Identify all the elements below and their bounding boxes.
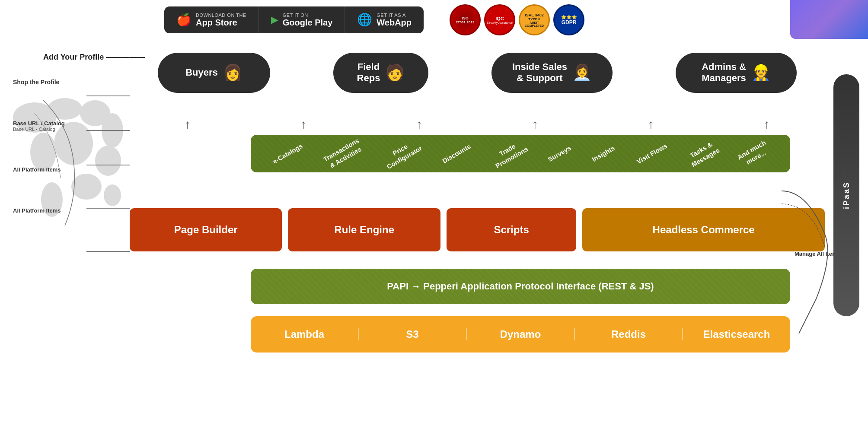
googleplay-small-text: GET IT ON (283, 13, 333, 18)
insidesales-pill[interactable]: Inside Sales & Support 👩‍💼 (491, 53, 613, 93)
svg-point-8 (71, 174, 102, 200)
certification-badges: ISO 27001:2013 IQC Security Assurance IS… (450, 4, 584, 35)
papi-label: PAPI → Pepperi Application Protocol Inte… (387, 281, 654, 292)
fieldreps-pill[interactable]: Field Reps 🧑 (333, 53, 428, 93)
apple-icon: 🍎 (176, 14, 191, 26)
feature-more: And much more... (736, 138, 772, 168)
infrastructure-row: Lambda S3 Dynamo Reddis Elasticsearch (251, 316, 790, 353)
arrow-4: ↑ (477, 118, 593, 131)
arrow-6: ↑ (709, 118, 825, 131)
admins-label: Admins & Managers (702, 61, 746, 84)
scripts-block: Scripts (447, 208, 576, 251)
left-label-2: Base URL / Catalog Base URL • Catalog (13, 120, 65, 132)
admins-pill[interactable]: Admins & Managers 👷 (676, 53, 797, 93)
globe-icon: 🌐 (357, 14, 372, 26)
features-block: e-Catalogs Transactions & Activities Pri… (251, 135, 790, 172)
svg-point-9 (104, 184, 121, 206)
isae-badge: ISAE 3402 TYPE II AUDIT COMPLETED (519, 4, 550, 35)
ipaas-label: iPaaS (842, 181, 851, 209)
feature-trade: Trade Promotions (490, 137, 530, 170)
arrows-row: ↑ ↑ ↑ ↑ ↑ ↑ (130, 118, 825, 131)
webapp-button[interactable]: 🌐 Get it as a WebApp (345, 6, 424, 33)
appstore-button[interactable]: 🍎 Download on the App Store (164, 6, 259, 33)
left-diagram-area: Add Your Profile ————— Shop the Profile … (9, 53, 130, 64)
googleplay-big-text: Google Play (283, 18, 333, 27)
buyers-label: Buyers (185, 67, 218, 78)
webapp-big-text: WebApp (377, 18, 412, 27)
googleplay-button[interactable]: ▶ GET IT ON Google Play (259, 6, 345, 33)
top-bar: 🍎 Download on the App Store ▶ GET IT ON … (0, 0, 868, 40)
insidesales-label: Inside Sales & Support (512, 61, 567, 84)
feature-insights: Insights (590, 144, 616, 164)
dynamo-item: Dynamo (467, 328, 575, 340)
svg-text:Manage All Items: Manage All Items (795, 251, 833, 257)
papi-block: PAPI → Pepperi Application Protocol Inte… (251, 269, 790, 304)
appstore-big-text: App Store (196, 18, 246, 27)
right-connection-lines: Manage All Items (773, 169, 833, 342)
admins-icon: 👷 (751, 64, 771, 82)
fieldreps-label: Field Reps (357, 61, 380, 84)
svg-point-3 (102, 113, 123, 148)
webapp-small-text: Get it as a (377, 13, 412, 18)
arrow-3: ↑ (361, 118, 477, 131)
feature-visitflows: Visit Flows (635, 142, 668, 166)
middle-blocks-row: Page Builder Rule Engine Scripts Headles… (130, 208, 825, 251)
purple-banner (790, 0, 868, 39)
reddis-item: Reddis (575, 328, 683, 340)
page-builder-block: Page Builder (130, 208, 282, 251)
lambda-item: Lambda (251, 328, 359, 340)
iqa-badge: IQC Security Assurance (484, 4, 515, 35)
feature-price: Price Configurator (381, 137, 423, 171)
feature-discounts: Discounts (441, 142, 472, 165)
feature-tasks: Tasks & Messages (686, 139, 721, 169)
gdpr-badge: ⭐⭐⭐ GDPR (553, 4, 584, 35)
rule-engine-block: Rule Engine (288, 208, 440, 251)
appstore-small-text: Download on the (196, 13, 246, 18)
svg-point-6 (95, 146, 121, 176)
feature-transactions: Transactions & Activities (322, 136, 365, 171)
left-label-4: All Platform Items (13, 166, 65, 173)
left-title: Add Your Profile ————— (43, 53, 130, 62)
left-label-5: All Platform Items (13, 207, 65, 214)
feature-surveys: Surveys (546, 143, 572, 163)
insidesales-icon: 👩‍💼 (572, 64, 592, 82)
ipaas-bar: iPaaS (833, 74, 859, 316)
googleplay-icon: ▶ (271, 15, 278, 25)
fieldreps-icon: 🧑 (385, 64, 405, 82)
arrow-1: ↑ (130, 118, 246, 131)
personas-row: Buyers 👩 Field Reps 🧑 Inside Sales & Sup… (130, 53, 825, 93)
store-buttons: 🍎 Download on the App Store ▶ GET IT ON … (164, 6, 424, 33)
arrow-5: ↑ (593, 118, 709, 131)
feature-ecatalogs: e-Catalogs (271, 142, 304, 165)
iso-badge: ISO 27001:2013 (450, 4, 481, 35)
left-label-1: Shop the Profile (13, 79, 65, 86)
left-side-labels: Shop the Profile Base URL / Catalog Base… (13, 79, 65, 214)
buyers-icon: 👩 (223, 64, 243, 82)
buyers-pill[interactable]: Buyers 👩 (158, 53, 270, 93)
s3-item: S3 (359, 328, 467, 340)
arrow-2: ↑ (246, 118, 361, 131)
